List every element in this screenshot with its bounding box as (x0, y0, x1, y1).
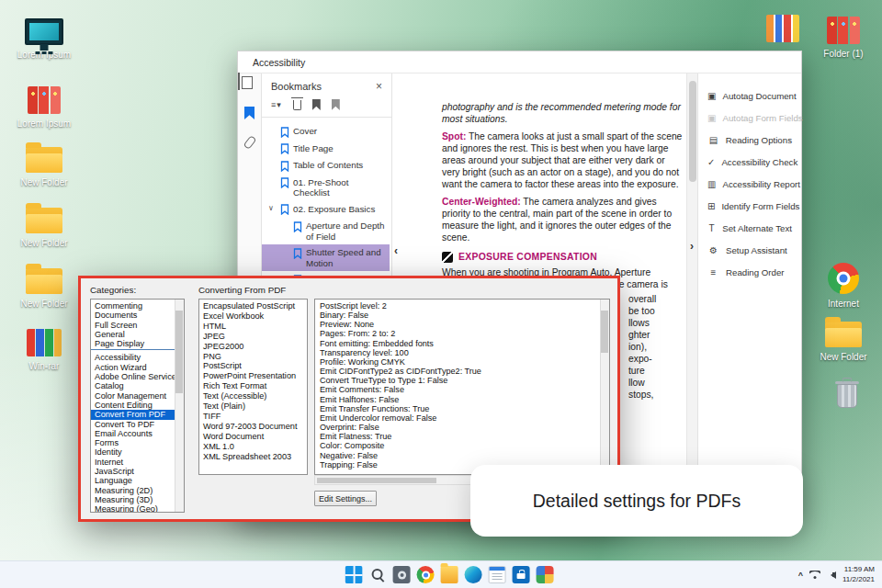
desktop-icon[interactable]: Folder (1) (812, 17, 875, 60)
settings-list[interactable]: PostScript level: 2 Binary: False Previe… (314, 299, 610, 475)
category-item[interactable]: Measuring (3D) (91, 495, 184, 504)
bookmark-item[interactable]: ∨ Shutter Speed and Motion (262, 244, 390, 271)
wifi-icon[interactable] (809, 571, 820, 579)
category-item[interactable]: Documents (91, 311, 184, 320)
category-item[interactable]: Convert From PDF (91, 410, 184, 419)
bookmark-item[interactable]: ∨ 01. Pre-Shoot Checklist (262, 175, 390, 201)
taskbar-app-icon[interactable] (369, 566, 387, 583)
category-item[interactable]: Full Screen (91, 321, 184, 330)
format-item[interactable]: Text (Plain) (203, 401, 303, 412)
desktop-icon[interactable]: Lorem Ipsum (13, 86, 75, 130)
bookmark-item[interactable]: ∨ 02. Exposure Basics (262, 201, 390, 219)
format-item[interactable]: HTML (203, 322, 303, 332)
format-item[interactable]: PowerPoint Presentation (203, 371, 303, 381)
taskbar-app-icon[interactable] (393, 566, 411, 583)
format-item[interactable]: TIFF (203, 412, 303, 422)
category-item[interactable]: Internet (91, 458, 184, 467)
category-item[interactable]: Language (91, 476, 184, 485)
format-item[interactable]: XML 1.0 (203, 442, 303, 452)
close-icon[interactable]: × (376, 81, 382, 92)
category-item[interactable]: Action Wizard (91, 363, 184, 372)
collapse-right-icon[interactable]: › (690, 240, 694, 253)
settings-hscrollbar-thumb[interactable] (317, 478, 436, 483)
window-titlebar[interactable]: Accessibility (238, 51, 801, 74)
format-item[interactable]: Encapsulated PostScript (203, 301, 303, 311)
desktop-icon[interactable]: New Folder (13, 208, 75, 249)
taskbar-app-icon[interactable] (417, 566, 435, 583)
bookmark-item[interactable]: ∨ Aperture and Depth of Field (262, 218, 390, 244)
format-item[interactable]: JPEG (203, 332, 303, 342)
format-item[interactable]: Text (Accessible) (203, 391, 303, 401)
formats-list[interactable]: Encapsulated PostScript Excel Workbook H… (198, 299, 308, 475)
category-item[interactable]: Accessibility (91, 353, 184, 362)
format-item[interactable]: Word Document (203, 432, 303, 442)
desktop-icon[interactable]: New Folder (13, 268, 75, 310)
bookmarks-panel-icon[interactable] (244, 107, 254, 119)
taskbar-app-icon[interactable] (537, 566, 554, 583)
document-scrollbar[interactable] (686, 74, 697, 518)
edit-settings-button[interactable]: Edit Settings... (314, 491, 377, 506)
delete-bookmark-icon[interactable] (293, 100, 301, 110)
categories-scrollbar-thumb[interactable] (175, 311, 183, 393)
desktop-icon[interactable]: Lorem Ipsum (13, 18, 75, 61)
accessibility-tool-item[interactable]: ≡ Reading Order (698, 261, 801, 283)
category-item[interactable]: Email Accounts (91, 429, 184, 438)
category-item[interactable]: Measuring (2D) (91, 486, 184, 495)
bookmark-item[interactable]: ∨ Cover (262, 123, 390, 141)
tray-chevron-icon[interactable]: ^ (798, 571, 803, 580)
taskbar-app-icon[interactable] (513, 566, 530, 583)
format-item[interactable]: Word 97-2003 Document (203, 422, 303, 432)
category-item[interactable]: Catalog (91, 381, 184, 390)
format-item[interactable]: Excel Workbook (203, 311, 303, 322)
chevron-down-icon[interactable]: ∨ (268, 203, 274, 214)
new-bookmark-icon[interactable] (312, 99, 321, 110)
category-item[interactable]: JavaScript (91, 467, 184, 476)
format-item[interactable]: XML Spreadsheet 2003 (203, 452, 303, 462)
category-item[interactable]: Commenting (91, 301, 184, 311)
taskbar-app-icon[interactable] (345, 566, 363, 583)
category-item[interactable]: Adobe Online Services (91, 372, 184, 381)
taskbar-app-icon[interactable] (489, 566, 506, 583)
format-item[interactable]: JPEG2000 (203, 342, 303, 352)
format-item[interactable]: PostScript (203, 361, 303, 371)
accessibility-tool-item[interactable]: ▣ Autotag Form Fields (698, 107, 801, 129)
bookmark-item[interactable]: ∨ Table of Contents (262, 157, 390, 175)
category-item[interactable]: General (91, 330, 184, 339)
desktop-icon[interactable]: New Folder (812, 322, 875, 363)
bookmark-item[interactable]: ∨ Title Page (262, 141, 390, 158)
desktop-icon[interactable] (816, 384, 878, 413)
clock[interactable]: 11:59 AM 11/2/2021 (842, 565, 875, 584)
taskbar-app-icon[interactable] (465, 566, 482, 583)
category-item[interactable]: Page Display (91, 339, 184, 350)
category-item[interactable]: Measuring (Geo) (91, 504, 184, 513)
desktop-icon[interactable]: Internet (812, 263, 875, 310)
format-item[interactable]: PNG (203, 352, 303, 362)
accessibility-tool-item[interactable]: ✓ Accessibility Check (698, 151, 801, 173)
accessibility-tool-item[interactable]: ▥ Accessibility Report (698, 173, 801, 195)
accessibility-tool-item[interactable]: T Set Alternate Text (698, 217, 801, 239)
collapse-left-icon[interactable]: ‹ (394, 244, 398, 257)
volume-icon[interactable] (827, 571, 836, 579)
category-item[interactable]: Forms (91, 438, 184, 447)
category-item[interactable]: Color Management (91, 391, 184, 401)
category-item[interactable]: Identity (91, 447, 184, 457)
setting-item: Overprint: False (320, 423, 605, 432)
accessibility-tool-item[interactable]: ⊞ Identify Form Fields (698, 195, 801, 217)
category-item[interactable]: Convert To PDF (91, 420, 184, 429)
accessibility-tool-item[interactable]: ▣ Autotag Document (698, 85, 801, 107)
export-bookmark-icon[interactable] (332, 99, 340, 110)
category-item[interactable]: Content Editing (91, 401, 184, 410)
format-item[interactable]: Rich Text Format (203, 381, 303, 391)
taskbar-app-icon[interactable] (441, 566, 458, 583)
categories-list[interactable]: Commenting Documents Full Screen General… (90, 299, 185, 513)
scrollbar-thumb[interactable] (689, 81, 696, 182)
page-thumbnails-icon[interactable] (238, 73, 240, 90)
accessibility-tool-item[interactable]: ▤ Reading Options (698, 129, 801, 151)
bookmark-options-icon[interactable]: ≡▾ (271, 100, 282, 109)
desktop-icon[interactable] (752, 15, 814, 48)
settings-scrollbar-thumb[interactable] (601, 311, 608, 353)
desktop-icon[interactable]: New Folder (13, 147, 75, 188)
desktop-icon[interactable]: Win-rar (13, 329, 75, 372)
accessibility-tool-item[interactable]: ⚙ Setup Assistant (698, 239, 801, 261)
attachments-icon[interactable] (243, 135, 256, 150)
